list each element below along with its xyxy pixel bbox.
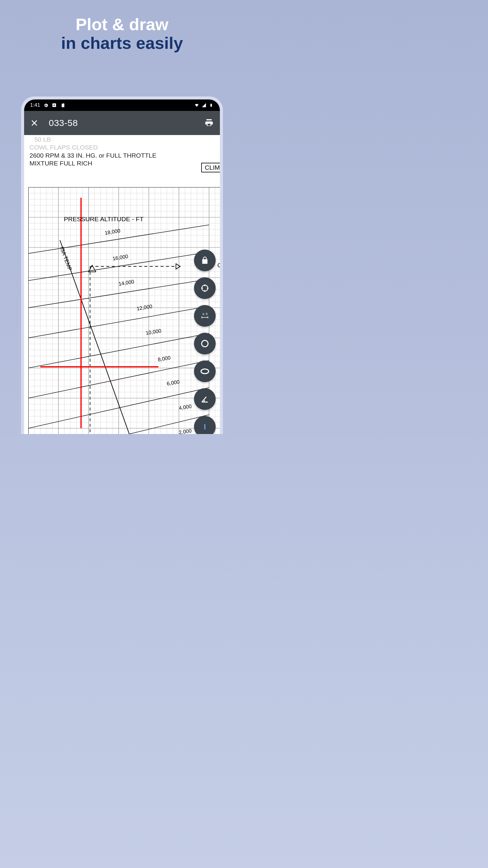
svg-point-102: [201, 340, 208, 347]
measure-tool-button[interactable]: ab: [194, 305, 216, 327]
chart[interactable]: PRESSURE ALTITUDE - FT ISA TEMP CRUIS 18…: [28, 187, 220, 434]
gear-icon: [43, 102, 48, 108]
circle-tool-button[interactable]: [194, 333, 216, 354]
document-header: 50 LB COWL FLAPS CLOSED 2600 RPM & 33 IN…: [24, 135, 220, 170]
doc-line-3: 2600 RPM & 33 IN. HG. or FULL THROTTLE: [30, 152, 215, 159]
signal-icon: [201, 102, 207, 108]
page-title: 033-58: [49, 118, 78, 128]
svg-text:a: a: [202, 312, 204, 315]
battery-icon: [208, 102, 214, 108]
status-right: [194, 102, 214, 108]
doc-line-4: MIXTURE FULL RICH: [30, 159, 215, 167]
hero-text: Plot & draw in charts easily: [0, 0, 244, 52]
status-left: 1:41 A: [30, 102, 65, 108]
line-tool-button[interactable]: [194, 416, 216, 434]
chart-svg: [28, 187, 220, 434]
wifi-icon: [194, 102, 199, 108]
svg-rect-84: [28, 187, 220, 434]
doc-badge: CLIM: [201, 163, 220, 173]
document-area[interactable]: 50 LB COWL FLAPS CLOSED 2600 RPM & 33 IN…: [24, 135, 220, 434]
status-time: 1:41: [30, 102, 40, 108]
ellipse-tool-button[interactable]: [194, 361, 216, 382]
cruise-label: CRUIS: [218, 262, 220, 269]
print-button[interactable]: [204, 118, 215, 128]
doc-line-faded-2: COWL FLAPS CLOSED: [30, 144, 215, 151]
app-bar: 033-58: [24, 111, 220, 135]
angle-tool-button[interactable]: [194, 388, 216, 410]
tool-column: ab: [194, 250, 216, 434]
hero-line1: Plot & draw: [0, 15, 244, 34]
chart-title: PRESSURE ALTITUDE - FT: [64, 216, 143, 223]
sd-card-icon: [60, 102, 65, 108]
app-square-icon: A: [52, 102, 57, 108]
svg-text:b: b: [206, 312, 207, 315]
svg-text:A: A: [53, 104, 56, 107]
hero-line2: in charts easily: [0, 34, 244, 53]
svg-point-103: [201, 369, 209, 374]
doc-line-faded-1: 50 LB: [34, 135, 215, 144]
status-bar: 1:41 A: [24, 99, 220, 111]
lock-tool-button[interactable]: [194, 250, 216, 271]
phone-frame: 1:41 A: [21, 96, 223, 434]
close-button[interactable]: [29, 118, 40, 128]
target-tool-button[interactable]: [194, 277, 216, 299]
phone-screen: 1:41 A: [24, 99, 220, 434]
